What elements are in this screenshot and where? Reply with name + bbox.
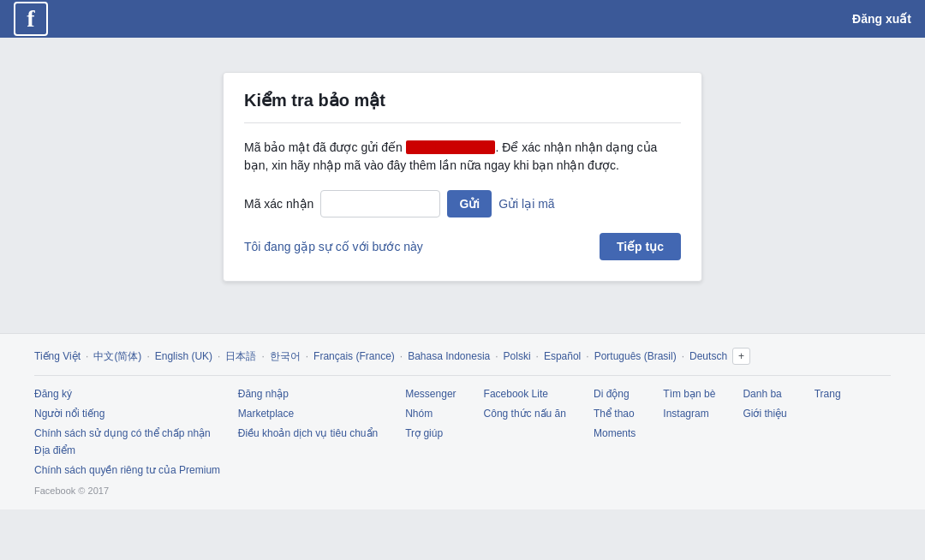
lang-item[interactable]: Português (Brasil) (594, 350, 677, 362)
description-text-1: Mã bảo mật đã được gửi đến (244, 140, 406, 154)
footer-col: Di độngThể thaoMoments (594, 386, 636, 443)
lang-separator: · (86, 350, 88, 362)
continue-button[interactable]: Tiếp tục (600, 233, 681, 260)
lang-item[interactable]: Tiếng Việt (34, 350, 81, 362)
footer-col: Tìm bạn bèInstagram (663, 386, 715, 443)
footer-link-item[interactable]: Trợ giúp (405, 426, 456, 442)
main-content: Kiểm tra bảo mật Mã bảo mật đã được gửi … (0, 38, 925, 316)
lang-separator: · (586, 350, 588, 362)
security-card: Kiểm tra bảo mật Mã bảo mật đã được gửi … (223, 72, 702, 282)
code-label: Mã xác nhận (244, 197, 313, 211)
footer-col: Danh baGiới thiệu (743, 386, 786, 443)
footer-link-item[interactable]: Công thức nấu ăn (484, 406, 566, 422)
card-title: Kiểm tra bảo mật (244, 90, 681, 123)
lang-separator: · (400, 350, 403, 362)
lang-item[interactable]: Bahasa Indonesia (408, 350, 490, 362)
footer-link-item[interactable]: Người nổi tiếng (34, 406, 211, 422)
code-input[interactable] (320, 190, 440, 217)
footer-link-item[interactable]: Chính sách sử dụng có thể chấp nhận (34, 426, 211, 442)
footer-col: Trang (815, 386, 841, 443)
footer-link-item[interactable]: Facebook Lite (484, 386, 566, 402)
lang-item[interactable]: Deutsch (689, 350, 727, 362)
lang-separator: · (306, 350, 308, 362)
footer-link-item[interactable]: Marketplace (238, 406, 378, 422)
footer-col: Đăng kýNgười nổi tiếngChính sách sử dụng… (34, 386, 211, 443)
lang-separator: · (146, 350, 149, 362)
lang-item[interactable]: English (UK) (155, 350, 212, 362)
lang-separator: · (218, 350, 220, 362)
lang-item[interactable]: Polski (504, 350, 531, 362)
lang-item[interactable]: 日本語 (225, 349, 256, 364)
lang-item[interactable]: 한국어 (270, 349, 301, 364)
lang-item[interactable]: Español (544, 350, 581, 362)
footer-link-item[interactable]: Điều khoản dịch vụ tiêu chuẩn (238, 426, 378, 442)
footer-link-item[interactable]: Đăng nhập (238, 386, 378, 402)
footer-link-item[interactable]: Đăng ký (34, 386, 211, 402)
footer-link-item[interactable]: Giới thiệu (743, 406, 786, 422)
resend-button[interactable]: Gửi lại mã (498, 197, 554, 211)
lang-separator: · (495, 350, 498, 362)
footer-col: MessengerNhómTrợ giúp (405, 386, 456, 443)
facebook-logo: f (14, 2, 48, 36)
code-row: Mã xác nhận Gửi Gửi lại mã (244, 190, 681, 217)
footer-link-item[interactable]: Di động (594, 386, 636, 402)
card-description: Mã bảo mật đã được gửi đến 001-100●●●●34… (244, 139, 681, 175)
footer: Tiếng Việt·中文(简体)·English (UK)·日本語·한국어·F… (0, 333, 925, 509)
footer-link-item[interactable]: Nhóm (405, 406, 456, 422)
lang-separator: · (682, 350, 684, 362)
lang-separator: · (261, 350, 264, 362)
footer-copyright: Facebook © 2017 (34, 486, 891, 496)
footer-link-item[interactable]: Instagram (663, 406, 715, 422)
lang-item[interactable]: Français (France) (313, 350, 395, 362)
footer-link-item[interactable]: Thể thao (594, 406, 636, 422)
footer-languages: Tiếng Việt·中文(简体)·English (UK)·日本語·한국어·F… (34, 348, 891, 376)
phone-redacted: 001-100●●●●34 (406, 140, 496, 154)
lang-more-button[interactable]: + (732, 348, 750, 365)
footer-link-item[interactable]: Chính sách quyền riêng tư của Premium (34, 462, 220, 479)
trouble-link[interactable]: Tôi đang gặp sự cố với bước này (244, 240, 423, 253)
footer-link-item[interactable]: Tìm bạn bè (663, 386, 715, 402)
header: f Đăng xuất (0, 0, 925, 38)
footer-link-item[interactable]: Moments (594, 426, 636, 442)
send-button[interactable]: Gửi (447, 190, 492, 217)
footer-link-item[interactable]: Địa điểm (34, 443, 220, 459)
footer-link-item[interactable]: Trang (815, 386, 841, 402)
footer-col: Facebook LiteCông thức nấu ăn (484, 386, 566, 443)
footer-links: Đăng kýNgười nổi tiếngChính sách sử dụng… (34, 386, 891, 479)
footer-link-item[interactable]: Messenger (405, 386, 456, 402)
card-footer: Tôi đang gặp sự cố với bước này Tiếp tục (244, 233, 681, 260)
lang-item[interactable]: 中文(简体) (93, 349, 141, 364)
logout-button[interactable]: Đăng xuất (852, 12, 911, 26)
footer-col: Địa điểmChính sách quyền riêng tư của Pr… (34, 443, 220, 479)
lang-separator: · (536, 350, 539, 362)
footer-col: Đăng nhậpMarketplaceĐiều khoản dịch vụ t… (238, 386, 378, 443)
footer-link-item[interactable]: Danh ba (743, 386, 786, 402)
